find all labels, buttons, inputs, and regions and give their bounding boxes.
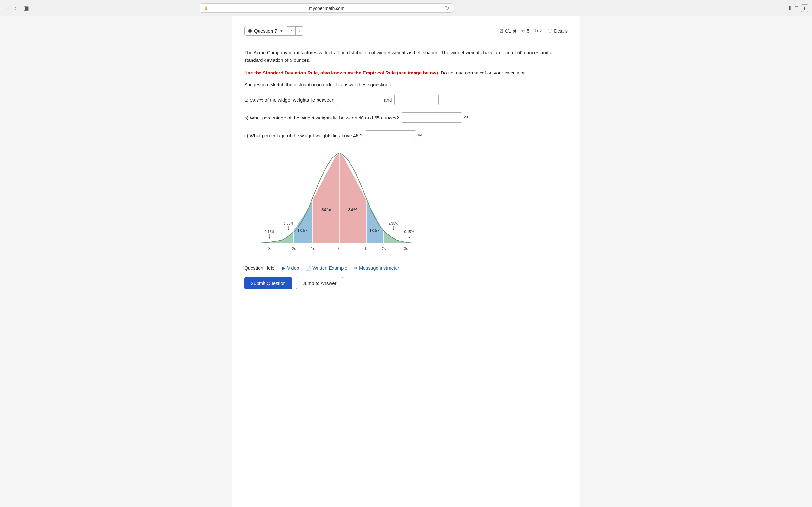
pct-015-left: 0.15%	[264, 230, 274, 233]
video-link[interactable]: ▶ Video	[282, 265, 299, 271]
question-dot	[248, 30, 252, 33]
axis-neg3s: -3s	[267, 246, 272, 251]
question-label: Question 7	[254, 28, 277, 34]
pct-135-right: 13.5%	[369, 228, 380, 233]
browser-actions: ⬆ □ +	[788, 4, 808, 12]
chart-section-right-pink	[339, 153, 366, 243]
part-a-input-2[interactable]	[394, 95, 439, 105]
info-icon: ⓘ	[548, 28, 552, 34]
part-a-input-1[interactable]	[337, 95, 381, 105]
page-wrapper: Question 7 ▼ ‹ › ☑ 0/1 pt ⟲ 5 ↻	[0, 16, 812, 507]
question-dropdown[interactable]: Question 7 ▼	[244, 26, 287, 36]
envelope-icon: ✉	[354, 266, 357, 271]
part-b-label: b) What percentage of the widget weights…	[244, 115, 399, 120]
share-button[interactable]: ⬆	[788, 4, 792, 12]
retry-value: 4	[540, 29, 543, 34]
question-meta: ☑ 0/1 pt ⟲ 5 ↻ 4 ⓘ Details	[499, 28, 568, 34]
video-link-label: Video	[287, 265, 299, 271]
pct-235-left: 2.35%	[284, 222, 293, 225]
details-info: ⓘ Details	[548, 28, 568, 34]
part-c-percent: %	[418, 133, 422, 138]
history-icon: ⟲	[521, 29, 525, 34]
question-part-b: b) What percentage of the widget weights…	[244, 112, 568, 123]
part-b-input[interactable]	[402, 112, 462, 123]
forward-button[interactable]: ›	[13, 4, 18, 12]
question-part-c: c) What percentage of the widget weights…	[244, 130, 568, 140]
submit-question-button[interactable]: Submit Question	[244, 277, 292, 289]
part-a-label: a) 99.7% of the widget weights lie betwe…	[244, 97, 334, 103]
problem-instruction-wrapper: Use the Standard Deviation Rule, also kn…	[244, 69, 568, 77]
retry-info: ↻ 4	[535, 29, 543, 34]
content-area: Question 7 ▼ ‹ › ☑ 0/1 pt ⟲ 5 ↻	[232, 16, 580, 507]
problem-instruction: Use the Standard Deviation Rule, also kn…	[244, 70, 439, 75]
video-icon: ▶	[282, 266, 286, 271]
axis-pos1s: 1s	[364, 246, 368, 251]
help-label: Question Help:	[244, 265, 275, 271]
chevron-down-icon: ▼	[280, 29, 284, 33]
check-icon: ☑	[499, 29, 503, 34]
lock-icon: 🔒	[204, 6, 208, 10]
problem-description: The Acme Company manufactures widgets. T…	[244, 49, 568, 64]
question-part-a: a) 99.7% of the widget weights lie betwe…	[244, 95, 568, 105]
question-header: Question 7 ▼ ‹ › ☑ 0/1 pt ⟲ 5 ↻	[244, 26, 568, 39]
pct-34-right: 34%	[348, 207, 357, 212]
chart-section-left-blue	[293, 200, 312, 243]
sidebar-toggle-button[interactable]: ▣	[21, 4, 31, 12]
problem-note: Do not use normalcdf on your calculator.	[441, 70, 525, 75]
bell-curve-svg: 34% 34% 13.5% 13.5% -3s -2s -1s 0 1s 2s …	[257, 148, 422, 256]
prev-question-button[interactable]: ‹	[287, 26, 295, 36]
document-icon: 📄	[305, 266, 311, 271]
details-link[interactable]: Details	[554, 29, 568, 34]
written-example-link[interactable]: 📄 Written Example	[305, 265, 347, 271]
axis-pos3s: 3s	[404, 246, 408, 251]
axis-zero: 0	[339, 246, 341, 251]
chart-section-right-blue	[366, 200, 384, 243]
window-button[interactable]: □	[795, 4, 798, 12]
new-tab-button[interactable]: +	[801, 4, 808, 12]
score-value: 0/1 pt	[505, 29, 516, 34]
retry-icon: ↻	[535, 29, 538, 34]
history-value: 5	[527, 29, 530, 34]
chart-section-left-pink	[312, 153, 339, 243]
arrowhead-015-left	[269, 237, 270, 239]
axis-neg1s: -1s	[310, 246, 315, 251]
written-example-label: Written Example	[312, 265, 347, 271]
question-help: Question Help: ▶ Video 📄 Written Example…	[244, 265, 568, 271]
url-input[interactable]	[211, 6, 443, 11]
message-instructor-label: Message instructor	[359, 265, 399, 271]
score-info: ☑ 0/1 pt	[499, 29, 516, 34]
part-c-label: c) What percentage of the widget weights…	[244, 133, 362, 138]
question-selector: Question 7 ▼ ‹ ›	[244, 26, 304, 36]
arrowhead-235-right	[392, 229, 394, 230]
part-b-percent: %	[464, 115, 468, 120]
axis-neg2s: -2s	[291, 246, 296, 251]
action-buttons: Submit Question Jump to Answer	[244, 277, 568, 289]
arrowhead-015-right	[408, 237, 410, 239]
question-nav-arrows: ‹ ›	[287, 26, 304, 36]
part-c-input[interactable]	[365, 130, 416, 140]
message-instructor-link[interactable]: ✉ Message instructor	[354, 265, 399, 271]
pct-135-left: 13.5%	[298, 228, 308, 233]
axis-pos2s: 2s	[382, 246, 386, 251]
jump-to-answer-button[interactable]: Jump to Answer	[296, 277, 343, 289]
address-bar: 🔒 ↻	[200, 3, 453, 13]
bell-curve-chart: 34% 34% 13.5% 13.5% -3s -2s -1s 0 1s 2s …	[257, 148, 422, 256]
browser-chrome: ‹ › ▣ 🔒 ↻ ⬆ □ +	[0, 0, 812, 16]
pct-34-left: 34%	[321, 207, 331, 212]
pct-235-right: 2.35%	[388, 222, 398, 225]
arrowhead-235-left	[288, 229, 290, 230]
back-button[interactable]: ‹	[4, 4, 9, 12]
part-a-and: and	[384, 97, 392, 103]
pct-015-right: 0.15%	[404, 230, 414, 233]
next-question-button[interactable]: ›	[295, 26, 304, 36]
suggestion-text: Suggestion: sketch the distribution in o…	[244, 82, 568, 87]
history-info: ⟲ 5	[521, 29, 530, 34]
refresh-button[interactable]: ↻	[445, 5, 449, 11]
